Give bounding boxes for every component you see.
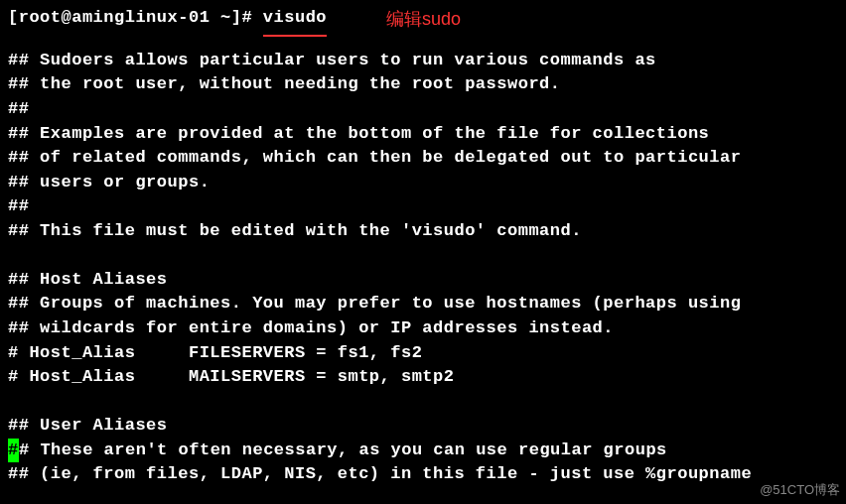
terminal-line: ## Host Aliases	[8, 268, 838, 293]
shell-prompt: [root@aminglinux-01 ~]#	[8, 6, 263, 31]
cursor-line-text: # These aren't often necessary, as you c…	[19, 441, 667, 459]
cursor-block: #	[8, 439, 19, 463]
terminal-line: ## users or groups.	[8, 171, 838, 195]
terminal-line: ## (ie, from files, LDAP, NIS, etc) in t…	[8, 462, 838, 487]
terminal-output: ## Sudoers allows particular users to ru…	[8, 49, 838, 439]
cursor-line: ## These aren't often necessary, as you …	[8, 439, 838, 463]
terminal-line: ## Sudoers allows particular users to ru…	[8, 49, 838, 73]
terminal-line: ##	[8, 194, 838, 219]
shell-prompt-line: [root@aminglinux-01 ~]# visudo 编辑sudo	[8, 6, 838, 37]
terminal-line: ## wildcards for entire domains) or IP a…	[8, 316, 838, 341]
terminal-line: ## This file must be edited with the 'vi…	[8, 219, 838, 244]
command-input[interactable]: visudo	[263, 6, 327, 37]
annotation-label: 编辑sudo	[386, 6, 461, 32]
terminal-line: # Host_Alias MAILSERVERS = smtp, smtp2	[8, 365, 838, 390]
terminal-line: ## User Aliases	[8, 414, 838, 439]
terminal-line: ## the root user, without needing the ro…	[8, 72, 838, 97]
terminal-line: ##	[8, 97, 838, 122]
terminal-line: ## Examples are provided at the bottom o…	[8, 122, 838, 147]
terminal-line: ## of related commands, which can then b…	[8, 146, 838, 171]
watermark: @51CTO博客	[760, 481, 840, 500]
terminal-line: # Host_Alias FILESERVERS = fs1, fs2	[8, 341, 838, 366]
terminal-line: ## Groups of machines. You may prefer to…	[8, 292, 838, 316]
